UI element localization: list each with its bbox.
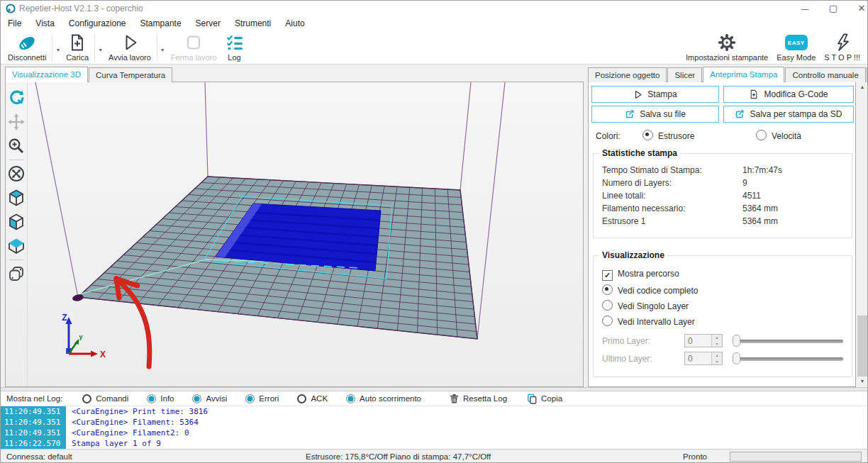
visualization-group: Visualizzazione ✓Mostra percorso Vedi co… [593,255,852,377]
tab-posizione-oggetto[interactable]: Posizione oggetto [588,67,667,82]
log-entry: 11:20:49.351<CuraEngine> Filament: 5364 [1,417,867,428]
3d-viewport[interactable]: Z X y [5,82,584,387]
pan-view-button[interactable] [6,110,26,134]
stop-job-button[interactable]: Ferma lavoro [167,32,221,62]
layer-range-radio[interactable]: Vedi Intervallo Layer [602,316,695,327]
scrollbar-thumb[interactable] [857,316,867,376]
load-button[interactable]: Carica [62,32,93,62]
panel-scrollbar[interactable]: ▲ ▼ [857,82,868,387]
app-window: Repetier-Host V2.1.3 - coperchio — ▢ ✕ F… [0,0,868,463]
show-path-checkbox[interactable]: ✓Mostra percorso [602,269,679,281]
menu-bar: File Vista Configurazione Stampante Serv… [1,16,867,30]
first-layer-spinner[interactable]: 0 ▲▼ [684,334,723,347]
toggle-views-button[interactable] [6,262,26,286]
cube-front-icon [7,213,26,231]
toggle-info[interactable]: Info [147,394,174,403]
toggle-auto-scorrimento[interactable]: Auto scorrimento [346,394,421,403]
group-title: Visualizzazione [599,250,667,260]
load-dropdown-caret[interactable]: ▼ [98,42,103,52]
gear-icon [718,33,736,52]
minimize-button[interactable]: — [791,1,819,16]
color-extruder-radio[interactable]: Estrusore [642,130,694,141]
top-view-button[interactable] [6,234,26,258]
copy-log-button[interactable]: Copia [527,394,562,404]
last-layer-slider[interactable] [733,352,843,365]
zoom-view-button[interactable] [6,134,26,158]
tab-curva-temperatura[interactable]: Curva Temperatura [89,67,172,82]
close-button[interactable]: ✕ [847,1,868,16]
spin-down-icon[interactable]: ▼ [712,359,722,365]
disconnect-dropdown-caret[interactable]: ▼ [55,42,60,52]
log-entry: 11:20:49.351<CuraEngine> Print time: 381… [1,406,867,417]
slider-thumb[interactable] [733,352,740,364]
scroll-down-icon[interactable]: ▼ [857,376,868,387]
emergency-stop-button[interactable]: S T O P !!! [820,32,864,62]
tab-controllo-manuale[interactable]: Controllo manuale [785,67,865,82]
app-logo-icon [6,4,16,13]
layers-icon [7,264,26,283]
spin-up-icon[interactable]: ▲ [712,335,722,341]
toggle-avvisi[interactable]: Avvisi [192,394,227,403]
single-layer-radio[interactable]: Vedi Singolo Layer [602,300,689,311]
stop-square-icon [184,33,203,52]
trash-icon [450,394,459,403]
menu-strumenti[interactable]: Strumenti [228,18,278,28]
radio-icon [602,284,613,295]
color-speed-radio[interactable]: Velocità [756,130,801,141]
first-layer-slider[interactable] [733,334,843,347]
toggle-icon [192,394,201,403]
log-entry: 11:20:49.351<CuraEngine> Filament2: 0 [1,428,867,438]
3d-scene: Z X y [6,82,583,386]
play-icon [121,33,139,52]
rotate-icon [7,89,26,107]
toolbar-separator [157,33,157,62]
easy-mode-button[interactable]: EASY Easy Mode [772,32,820,62]
last-layer-spinner[interactable]: 0 ▲▼ [684,352,723,365]
start-job-button[interactable]: Avvia lavoro [104,32,155,62]
status-bar: Connessa: default Estrusore: 175,8°C/Off… [1,449,867,463]
fit-view-button[interactable] [6,162,26,186]
spin-down-icon[interactable]: ▼ [712,341,722,347]
reset-log-button[interactable]: Resetta Log [450,394,507,403]
front-view-button[interactable] [6,210,26,234]
toggle-icon [82,394,91,403]
isometric-view-button[interactable] [6,186,26,210]
checkbox-icon: ✓ [602,270,613,281]
start-job-dropdown-caret[interactable]: ▼ [160,42,165,52]
printer-settings-button[interactable]: Impostazioni stampante [681,32,772,62]
axes-indicator: Z X y [62,313,106,359]
disconnect-button[interactable]: Disconnetti [4,32,50,62]
last-layer-label: Ultimo Layer: [602,354,652,364]
log-output[interactable]: 11:20:49.351<CuraEngine> Print time: 381… [1,406,867,449]
menu-server[interactable]: Server [189,18,228,28]
spin-up-icon[interactable]: ▲ [712,352,722,359]
scroll-up-icon[interactable]: ▲ [857,82,868,93]
export-icon [735,109,745,119]
log-entry: 11:26:22.570Stampa layer 1 of 9 [1,438,867,449]
toggle-errori[interactable]: Errori [245,394,279,403]
log-button[interactable]: Log [221,32,248,62]
tab-anteprima-stampa[interactable]: Anteprima Stampa [703,67,784,82]
show-full-code-radio[interactable]: Vedi codice completo [602,284,698,296]
tab-slicer[interactable]: Slicer [667,67,702,82]
menu-vista[interactable]: Vista [28,18,61,28]
menu-file[interactable]: File [1,18,28,28]
connection-status: Connessa: default [6,452,72,461]
stat-row: Tempo Stimato di Stampa:1h:7m:47s [602,165,846,178]
edit-gcode-button[interactable]: Modifica G-Code [723,86,854,103]
tab-visualizzazione-3d[interactable]: Visualizzazione 3D [5,67,88,82]
slider-thumb[interactable] [733,335,740,347]
maximize-button[interactable]: ▢ [819,1,847,16]
control-tab-strip: Posizione oggettoSlicerAnteprima StampaC… [588,67,868,82]
print-button[interactable]: Stampa [591,86,719,103]
menu-stampante[interactable]: Stampante [133,18,189,28]
print-preview-panel: Stampa Modifica G-Code Salva su file Sal… [588,82,856,387]
save-to-file-button[interactable]: Salva su file [591,106,719,123]
menu-configurazione[interactable]: Configurazione [62,18,133,28]
menu-aiuto[interactable]: Aiuto [278,18,311,28]
save-for-sd-button[interactable]: Salva per stampa da SD [723,106,854,123]
rotate-view-button[interactable] [6,86,26,110]
magnifier-plus-icon [7,137,26,155]
toggle-ack[interactable]: ACK [297,394,328,403]
toggle-comandi[interactable]: Comandi [82,394,128,403]
